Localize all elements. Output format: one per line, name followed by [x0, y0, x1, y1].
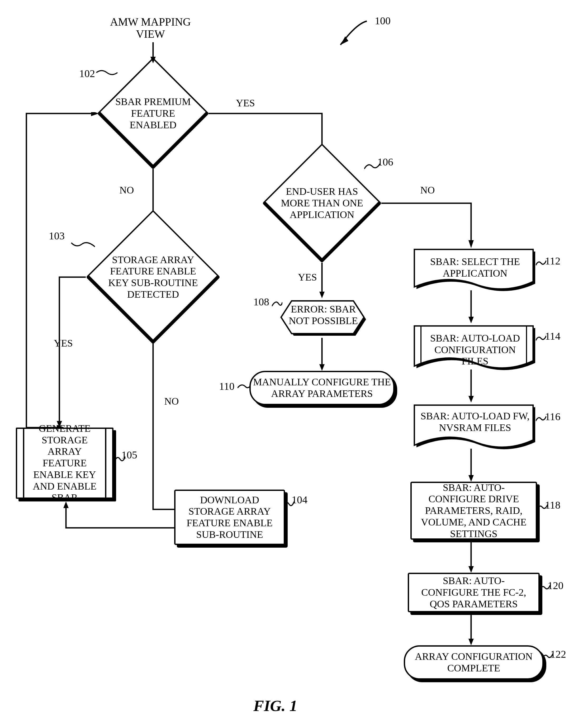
squiggle-120	[540, 582, 550, 593]
ref-116: 116	[545, 410, 561, 423]
edge-102-yes: YES	[232, 98, 259, 109]
squiggle-116	[536, 413, 546, 424]
process-118-text: SBAR: AUTO-CONFIGURE DRIVE PARAMETERS, R…	[417, 482, 530, 539]
decision-106-text: END-USER HAS MORE THAN ONE APPLICATION	[280, 186, 364, 220]
edge-103-104	[150, 343, 227, 515]
ref-102: 102	[79, 67, 95, 80]
ref-114: 114	[545, 330, 561, 342]
edge-106-no: NO	[417, 185, 438, 196]
squiggle-102	[94, 69, 120, 82]
svg-marker-23	[468, 396, 474, 403]
ref-108: 108	[253, 296, 269, 308]
decision-storage-key: STORAGE ARRAY FEATURE ENABLE KEY SUB-ROU…	[86, 210, 220, 344]
terminator-122-text: ARRAY CONFIGURATION COMPLETE	[405, 651, 542, 674]
error-108-text: ERROR: SBAR NOT POSSIBLE	[280, 303, 367, 326]
svg-marker-10	[63, 502, 69, 508]
decision-end-user: END-USER HAS MORE THAN ONE APPLICATION	[262, 144, 382, 263]
edge-118-120	[468, 542, 474, 574]
edge-108-110	[319, 338, 324, 372]
edge-114-116	[468, 369, 474, 404]
edge-106-108	[319, 262, 324, 300]
title-text: AMW MAPPING VIEW	[98, 16, 203, 40]
svg-marker-0	[340, 37, 349, 45]
terminator-122: ARRAY CONFIGURATION COMPLETE	[404, 645, 544, 680]
squiggle-110	[237, 383, 251, 393]
squiggle-118	[537, 502, 548, 512]
edge-112-114	[468, 290, 474, 325]
edge-106-yes: YES	[294, 272, 321, 283]
svg-marker-17	[319, 364, 324, 371]
svg-marker-13	[319, 292, 324, 298]
svg-marker-25	[468, 475, 474, 482]
svg-marker-2	[150, 57, 156, 63]
card-114-text: SBAR: AUTO-LOAD CONFIGURATION FILES	[422, 333, 528, 367]
decision-103-text: STORAGE ARRAY FEATURE ENABLE KEY SUB-ROU…	[106, 254, 201, 300]
svg-marker-9	[91, 112, 99, 116]
svg-marker-19	[468, 317, 474, 323]
terminator-110: MANUALLY CONFIGURE THE ARRAY PARAMETERS	[249, 371, 395, 405]
edge-105-102	[24, 112, 100, 429]
decision-102-text: SBAR PREMIUM FEATURE ENABLED	[113, 96, 193, 131]
process-105-text: GENERATE STORAGE ARRAY FEATURE ENABLE KE…	[17, 423, 112, 504]
squiggle-104	[284, 496, 294, 509]
squiggle-122	[542, 651, 553, 661]
squiggle-114	[536, 333, 546, 343]
process-104-text: DOWNLOAD STORAGE ARRAY FEATURE ENABLE SU…	[181, 494, 278, 540]
squiggle-106	[364, 161, 380, 172]
process-120-text: SBAR: AUTO-CONFIGURE THE FC-2, QOS PARAM…	[414, 575, 533, 610]
ref-arrow-100	[324, 16, 377, 53]
squiggle-112	[536, 257, 546, 268]
svg-marker-29	[468, 639, 474, 645]
squiggle-108	[272, 298, 282, 309]
edge-title-102	[150, 42, 156, 63]
process-104: DOWNLOAD STORAGE ARRAY FEATURE ENABLE SU…	[174, 490, 285, 545]
edge-120-122	[468, 615, 474, 647]
process-118: SBAR: AUTO-CONFIGURE DRIVE PARAMETERS, R…	[411, 482, 537, 540]
flowchart-canvas: AMW MAPPING VIEW 100 SBAR PREMIUM FEATUR…	[0, 0, 588, 725]
terminator-110-text: MANUALLY CONFIGURE THE ARRAY PARAMETERS	[251, 376, 393, 399]
svg-marker-27	[468, 566, 474, 573]
ref-100: 100	[375, 15, 391, 27]
process-120: SBAR: AUTO-CONFIGURE THE FC-2, QOS PARAM…	[408, 573, 540, 612]
card-112-text: SBAR: SELECT THE APPLICATION	[417, 256, 533, 279]
edge-116-118	[468, 449, 474, 483]
squiggle-105	[115, 451, 125, 465]
figure-caption: FIG. 1	[253, 697, 297, 715]
card-116-text: SBAR: AUTO-LOAD FW, NVSRAM FILES	[417, 410, 533, 433]
edge-106-112	[381, 202, 476, 250]
ref-110: 110	[219, 380, 235, 392]
edge-102-no: NO	[116, 185, 137, 196]
process-105: GENERATE STORAGE ARRAY FEATURE ENABLE KE…	[16, 428, 113, 499]
ref-112: 112	[545, 255, 561, 267]
